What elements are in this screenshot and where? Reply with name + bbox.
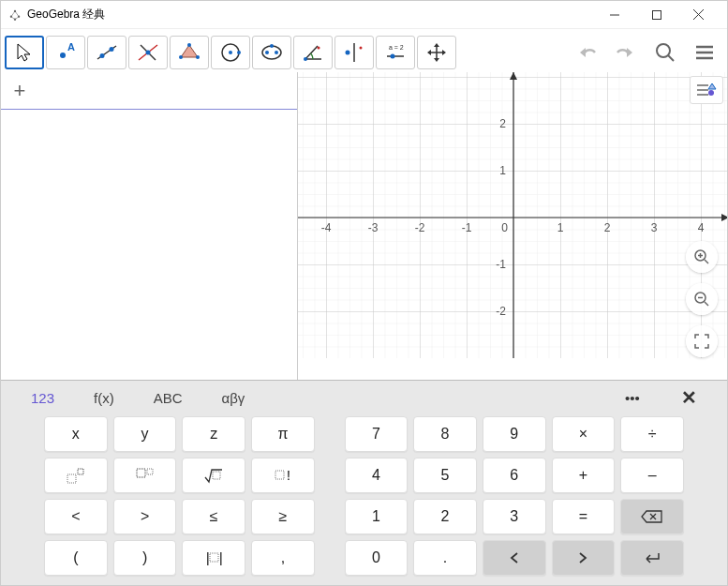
- svg-text:|: |: [206, 550, 210, 565]
- key-([interactable]: (: [44, 540, 108, 576]
- key-÷[interactable]: ÷: [620, 416, 684, 452]
- keyboard-close-button[interactable]: ✕: [675, 386, 703, 409]
- key->[interactable]: >: [113, 499, 177, 534]
- polygon-tool[interactable]: [170, 36, 209, 69]
- menu-button[interactable]: [686, 36, 723, 69]
- svg-text:a = 2: a = 2: [389, 44, 404, 51]
- key-0[interactable]: 0: [345, 540, 409, 576]
- circle-tool[interactable]: [211, 36, 250, 69]
- key-,[interactable]: ,: [251, 540, 315, 576]
- svg-text:4: 4: [698, 221, 705, 234]
- svg-point-20: [229, 51, 232, 54]
- redo-button[interactable]: [607, 36, 645, 69]
- key-_[interactable]: [113, 458, 177, 493]
- key-.[interactable]: .: [413, 540, 477, 576]
- key-gap: [320, 416, 339, 452]
- key-1[interactable]: 1: [345, 499, 409, 534]
- key-≤[interactable]: ≤: [182, 499, 245, 534]
- algebra-panel: +: [1, 72, 298, 380]
- perpendicular-tool[interactable]: [128, 36, 168, 69]
- key-<[interactable]: <: [44, 499, 108, 534]
- key-3[interactable]: 3: [483, 499, 546, 534]
- svg-text:-1: -1: [496, 258, 506, 271]
- key-x[interactable]: x: [44, 416, 108, 452]
- key-√[interactable]: [182, 458, 245, 493]
- svg-point-17: [196, 55, 200, 59]
- svg-text:-2: -2: [415, 221, 425, 234]
- svg-point-21: [237, 51, 241, 54]
- line-tool[interactable]: [87, 36, 126, 69]
- kb-tab-abc[interactable]: ABC: [148, 388, 188, 408]
- svg-text:2: 2: [499, 117, 506, 130]
- key-≥[interactable]: ≥: [251, 499, 315, 534]
- key-◁[interactable]: [483, 540, 546, 576]
- minimize-button[interactable]: [593, 1, 635, 29]
- key-↵[interactable]: [620, 540, 684, 576]
- kb-tab-fx[interactable]: f(x): [88, 388, 120, 408]
- graphics-view[interactable]: -4 -3 -2 -1 0 1 2 3 4 -2 -1 1 2: [298, 72, 727, 380]
- ellipse-tool[interactable]: [252, 36, 291, 69]
- svg-point-30: [360, 47, 363, 50]
- svg-point-24: [275, 51, 278, 54]
- svg-rect-70: [78, 469, 83, 474]
- slider-tool[interactable]: a = 2: [376, 36, 415, 69]
- key-=[interactable]: =: [552, 499, 616, 534]
- window-title: GeoGebra 经典: [27, 7, 105, 23]
- key-+[interactable]: +: [552, 458, 616, 493]
- svg-point-8: [60, 53, 66, 58]
- svg-text:-1: -1: [462, 221, 472, 234]
- key-y[interactable]: y: [113, 416, 177, 452]
- key-gap: [320, 499, 339, 534]
- style-bar-button[interactable]: [690, 76, 723, 104]
- key-![interactable]: !: [251, 458, 315, 493]
- search-button[interactable]: [646, 36, 684, 69]
- key-8[interactable]: 8: [413, 416, 477, 452]
- key-▷[interactable]: [552, 540, 616, 576]
- reflect-tool[interactable]: [334, 36, 374, 69]
- fullscreen-button[interactable]: [686, 325, 718, 357]
- zoom-out-button[interactable]: [686, 283, 718, 315]
- key-gap: [320, 540, 339, 576]
- key-2[interactable]: 2: [413, 499, 477, 534]
- key-5[interactable]: 5: [413, 458, 477, 493]
- svg-text:A: A: [67, 41, 75, 53]
- maximize-button[interactable]: [635, 1, 677, 29]
- svg-point-26: [304, 57, 307, 61]
- main-toolbar: A a = 2: [1, 29, 727, 72]
- svg-rect-71: [137, 469, 145, 477]
- key-9[interactable]: 9: [483, 416, 546, 452]
- key-4[interactable]: 4: [345, 458, 409, 493]
- move-tool[interactable]: [5, 36, 44, 69]
- angle-tool[interactable]: [293, 36, 333, 69]
- zoom-in-button[interactable]: [686, 241, 718, 273]
- key-7[interactable]: 7: [345, 416, 409, 452]
- algebra-input[interactable]: [38, 72, 297, 109]
- keyboard-keys: xyzπ789×÷!456+–<>≤≥123=()||,0.: [7, 416, 721, 576]
- key-π[interactable]: π: [251, 416, 315, 452]
- svg-point-33: [391, 54, 395, 59]
- close-button[interactable]: [677, 1, 720, 29]
- add-input-button[interactable]: +: [1, 79, 38, 103]
- kb-tab-greek[interactable]: αβγ: [216, 388, 251, 408]
- point-tool[interactable]: A: [46, 36, 85, 69]
- svg-point-36: [657, 44, 670, 57]
- svg-line-67: [705, 302, 708, 306]
- keyboard-tabs: 123 f(x) ABC αβγ ••• ✕: [7, 384, 721, 416]
- key-6[interactable]: 6: [483, 458, 546, 493]
- key-×[interactable]: ×: [552, 416, 616, 452]
- kb-tab-123[interactable]: 123: [25, 388, 60, 408]
- move-view-tool[interactable]: [417, 36, 456, 69]
- key-z[interactable]: z: [182, 416, 245, 452]
- keyboard-more-button[interactable]: •••: [618, 390, 646, 406]
- key-^[interactable]: [44, 458, 108, 493]
- svg-rect-69: [67, 474, 76, 483]
- key-⌫[interactable]: [620, 499, 684, 534]
- key-|[interactable]: ||: [182, 540, 245, 576]
- svg-text:3: 3: [651, 221, 658, 234]
- svg-text:-4: -4: [321, 221, 332, 234]
- key-)[interactable]: ): [113, 540, 177, 576]
- undo-button[interactable]: [568, 36, 605, 69]
- svg-point-11: [100, 53, 105, 58]
- key--[interactable]: –: [620, 458, 684, 493]
- app-logo-icon: [8, 8, 22, 22]
